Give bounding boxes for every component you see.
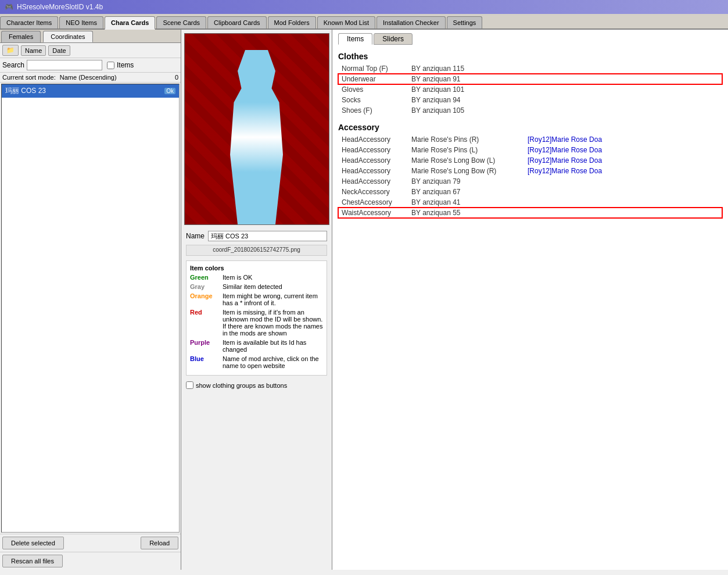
item-category: HeadAccessory — [338, 145, 408, 155]
preview-image — [184, 33, 329, 225]
sub-tab-females[interactable]: Females — [1, 31, 41, 42]
item-mod[interactable]: [Roy12]Marie Rose Doa — [524, 134, 722, 145]
items-checkbox[interactable] — [107, 62, 114, 69]
tab-mod-folders[interactable]: Mod Folders — [268, 16, 316, 28]
clothes-title: Clothes — [338, 52, 722, 61]
center-panel: Name coordF_20180206152742775.png Item c… — [181, 30, 332, 570]
item-mod[interactable]: [Roy12]Marie Rose Doa — [524, 155, 722, 166]
table-row: Normal Top (F)BY anziquan 115 — [338, 63, 722, 74]
item-category: Underwear — [338, 74, 408, 84]
item-category: NeckAccessory — [338, 187, 408, 197]
item-value: BY anziquan 115 — [408, 63, 524, 74]
accessory-table: HeadAccessoryMarie Rose's Pins (R)[Roy12… — [338, 134, 722, 218]
item-category: HeadAccessory — [338, 134, 408, 145]
tab-character-items[interactable]: Character Items — [0, 16, 58, 28]
date-sort-button[interactable]: Date — [48, 45, 70, 56]
right-panel: ItemsSliders Clothes Normal Top (F)BY an… — [332, 30, 728, 570]
delete-selected-button[interactable]: Delete selected — [2, 537, 64, 549]
items-checkbox-label: Items — [117, 61, 134, 69]
list-item-badge: Ok — [164, 88, 175, 94]
item-colors-title: Item colors — [190, 265, 323, 272]
chara-list: 玛丽 COS 23Ok — [1, 84, 180, 533]
color-desc: Item might be wrong, current item has a … — [223, 292, 323, 306]
colors-list: GreenItem is OKGraySimilar item detected… — [190, 274, 323, 369]
item-value: Marie Rose's Pins (R) — [408, 134, 524, 145]
right-tab-sliders[interactable]: Sliders — [374, 33, 413, 45]
color-label: Purple — [190, 339, 219, 346]
table-row: SocksBY anziquan 94 — [338, 95, 722, 105]
tab-installation-checker[interactable]: Installation Checker — [376, 16, 446, 28]
color-legend-row: RedItem is missing, if it's from an unkn… — [190, 309, 323, 337]
accessory-title: Accessory — [338, 123, 722, 132]
tab-neo-items[interactable]: NEO Items — [59, 16, 103, 28]
rescan-button[interactable]: Rescan all files — [2, 555, 63, 567]
item-mod[interactable]: [Roy12]Marie Rose Doa — [524, 145, 722, 155]
titlebar-icon: 🎮 — [5, 3, 13, 11]
color-legend-row: GreenItem is OK — [190, 274, 323, 281]
item-mod — [524, 187, 722, 197]
item-value: BY anziquan 94 — [408, 95, 524, 105]
folder-button[interactable]: 📁 — [2, 45, 19, 56]
search-label: Search — [2, 61, 24, 69]
search-input[interactable] — [27, 60, 102, 70]
item-mod — [524, 176, 722, 187]
table-row: HeadAccessoryMarie Rose's Pins (R)[Roy12… — [338, 134, 722, 145]
name-sort-button[interactable]: Name — [21, 45, 46, 56]
reload-button[interactable]: Reload — [141, 537, 178, 549]
list-item[interactable]: 玛丽 COS 23Ok — [2, 84, 179, 98]
tab-clipboard-cards[interactable]: Clipboard Cards — [207, 16, 266, 28]
name-field[interactable] — [208, 231, 327, 241]
tab-known-mod-list[interactable]: Known Mod List — [317, 16, 375, 28]
item-category: ChestAccessory — [338, 197, 408, 208]
item-mod — [524, 105, 722, 116]
titlebar-title: HSresolveMoreSlotID v1.4b — [17, 3, 103, 11]
item-category: Shoes (F) — [338, 105, 408, 116]
coord-file-label: coordF_20180206152742775.png — [186, 245, 327, 256]
rescan-row: Rescan all files — [0, 552, 181, 570]
list-item-text: 玛丽 COS 23 — [5, 86, 46, 96]
item-category: WaistAccessory — [338, 208, 408, 218]
clothes-section: Clothes Normal Top (F)BY anziquan 115Und… — [338, 49, 722, 120]
item-category: Normal Top (F) — [338, 63, 408, 74]
tab-chara-cards[interactable]: Chara Cards — [105, 16, 155, 30]
right-tab-items[interactable]: Items — [338, 33, 372, 45]
item-value: Marie Rose's Long Bow (L) — [408, 155, 524, 166]
color-label: Green — [190, 274, 219, 281]
show-groups-label: show clothing groups as buttons — [196, 382, 287, 389]
color-legend-row: OrangeItem might be wrong, current item … — [190, 292, 323, 306]
item-category: HeadAccessory — [338, 166, 408, 176]
tab-scene-cards[interactable]: Scene Cards — [156, 16, 206, 28]
table-row: Shoes (F)BY anziquan 105 — [338, 105, 722, 116]
table-row: GlovesBY anziquan 101 — [338, 84, 722, 95]
sub-tab-coordinates[interactable]: Coordinates — [43, 31, 92, 42]
clothes-table: Normal Top (F)BY anziquan 115UnderwearBY… — [338, 63, 722, 116]
color-legend-row: PurpleItem is available but its Id has c… — [190, 339, 323, 353]
item-mod — [524, 197, 722, 208]
item-value: BY anziquan 55 — [408, 208, 524, 218]
left-panel: FemalesCoordinates 📁 Name Date Search It… — [0, 30, 181, 570]
item-colors-section: Item colors GreenItem is OKGraySimilar i… — [186, 260, 327, 376]
table-row: ChestAccessoryBY anziquan 41 — [338, 197, 722, 208]
main-layout: FemalesCoordinates 📁 Name Date Search It… — [0, 30, 728, 570]
tab-settings[interactable]: Settings — [447, 16, 483, 28]
name-label: Name — [186, 232, 205, 240]
item-value: BY anziquan 105 — [408, 105, 524, 116]
item-mod — [524, 95, 722, 105]
table-row: WaistAccessoryBY anziquan 55 — [338, 208, 722, 218]
item-category: Socks — [338, 95, 408, 105]
item-value: BY anziquan 41 — [408, 197, 524, 208]
item-value: BY anziquan 91 — [408, 74, 524, 84]
item-mod — [524, 74, 722, 84]
table-row: HeadAccessoryMarie Rose's Long Bow (R)[R… — [338, 166, 722, 176]
color-desc: Similar item detected — [223, 283, 323, 290]
toolbar-row: 📁 Name Date — [0, 43, 181, 58]
show-groups-checkbox[interactable] — [186, 381, 193, 389]
table-row: HeadAccessoryBY anziquan 79 — [338, 176, 722, 187]
color-legend-row: BlueName of mod archive, click on the na… — [190, 355, 323, 369]
item-value: BY anziquan 101 — [408, 84, 524, 95]
item-value: BY anziquan 79 — [408, 176, 524, 187]
item-mod — [524, 84, 722, 95]
right-tabs: ItemsSliders — [338, 33, 722, 45]
item-mod[interactable]: [Roy12]Marie Rose Doa — [524, 166, 722, 176]
sort-mode-label: Current sort mode: Name (Descending) — [2, 74, 117, 81]
